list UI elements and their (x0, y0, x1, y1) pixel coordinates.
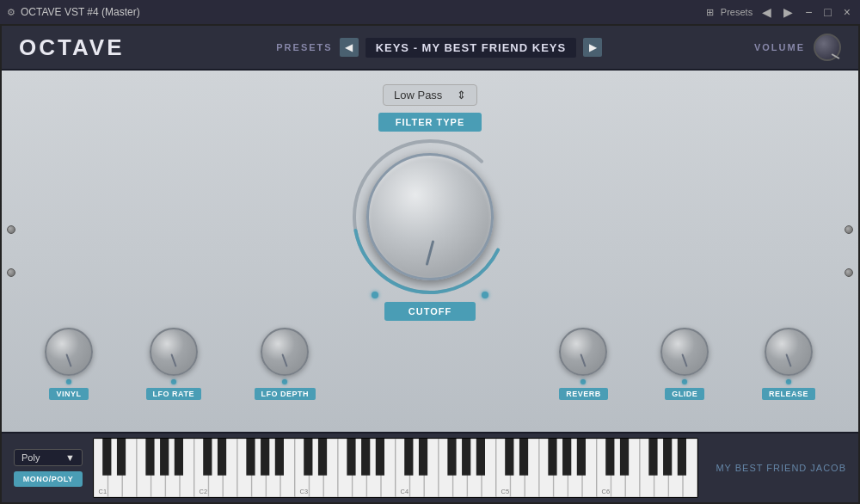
cutoff-knob[interactable] (366, 153, 494, 280)
vinyl-knob-dot (66, 379, 71, 384)
volume-knob[interactable] (814, 34, 841, 61)
preset-section: PRESETS ◀ KEYS - MY BEST FRIEND KEYS ▶ (276, 38, 602, 58)
svg-rect-61 (419, 439, 427, 476)
lfo-rate-knob-dot (171, 379, 176, 384)
svg-rect-73 (663, 439, 672, 476)
tb-close-btn[interactable]: × (841, 5, 853, 19)
volume-label: VOLUME (754, 42, 805, 52)
poly-dropdown-arrow-icon: ▼ (65, 452, 75, 463)
glide-label: GLIDE (665, 388, 704, 400)
filter-row: Low Pass ⇕ FILTER TYPE (378, 84, 482, 132)
poly-section: Poly ▼ MONO/POLY (14, 449, 83, 487)
svg-rect-70 (605, 439, 614, 476)
piano-svg: C1 C2 C3 C4 C5 C6 (94, 439, 697, 497)
knob-item-lfo-rate: LFO RATE (146, 328, 201, 400)
svg-rect-58 (361, 439, 370, 476)
svg-rect-67 (548, 439, 556, 476)
reverb-label: REVERB (559, 388, 608, 400)
tb-next-btn[interactable]: ▶ (781, 5, 796, 19)
svg-rect-71 (620, 439, 629, 476)
lfo-depth-knob-dot (282, 379, 287, 384)
svg-rect-55 (304, 439, 312, 476)
svg-text:C5: C5 (501, 488, 509, 495)
svg-rect-62 (447, 439, 456, 476)
svg-rect-57 (347, 439, 355, 476)
header-bar: OCTAVE PRESETS ◀ KEYS - MY BEST FRIEND K… (2, 26, 858, 71)
svg-rect-60 (404, 439, 413, 476)
mono-poly-button[interactable]: MONO/POLY (14, 471, 83, 487)
svg-rect-59 (376, 439, 384, 476)
preset-next-btn[interactable]: ▶ (583, 38, 602, 57)
tb-maximize-btn[interactable]: □ (821, 5, 833, 19)
svg-rect-54 (275, 439, 284, 476)
title-bar-left: ⚙ OCTAVE VST #4 (Master) (7, 6, 140, 18)
main-content: Low Pass ⇕ FILTER TYPE CUTOFF (2, 71, 858, 432)
app-icon: ⚙ (7, 7, 15, 18)
svg-rect-72 (648, 439, 657, 476)
lfo-rate-knob[interactable] (150, 328, 198, 376)
svg-rect-64 (476, 439, 485, 476)
svg-text:C4: C4 (401, 488, 408, 495)
svg-rect-51 (218, 439, 226, 476)
poly-dropdown[interactable]: Poly ▼ (14, 449, 83, 466)
main-knob-area: CUTOFF (348, 135, 512, 321)
svg-rect-63 (462, 439, 470, 476)
knob-item-release: RELEASE (762, 328, 815, 400)
title-bar: ⚙ OCTAVE VST #4 (Master) ⊞ Presets ◀ ▶ −… (0, 0, 860, 24)
cutoff-knob-container (348, 135, 512, 298)
svg-text:C3: C3 (300, 488, 308, 495)
tb-minimize-btn[interactable]: − (802, 5, 814, 19)
vinyl-knob[interactable] (45, 328, 93, 376)
svg-text:C6: C6 (602, 488, 610, 495)
cutoff-button[interactable]: CUTOFF (384, 302, 476, 321)
svg-rect-69 (577, 439, 586, 476)
svg-rect-65 (505, 439, 513, 476)
svg-rect-68 (562, 439, 571, 476)
knob-item-lfo-depth: LFO DEPTH (255, 328, 316, 400)
screw (845, 268, 853, 277)
reverb-knob-dot (580, 379, 586, 384)
screw (7, 225, 15, 234)
svg-rect-53 (261, 439, 269, 476)
knob-item-glide: GLIDE (660, 328, 709, 400)
svg-text:C1: C1 (99, 488, 107, 495)
release-label: RELEASE (762, 388, 815, 400)
logo: OCTAVE (19, 34, 124, 61)
glide-knob[interactable] (660, 328, 709, 376)
filter-type-dropdown[interactable]: Low Pass ⇕ (383, 84, 477, 106)
preset-name: KEYS - MY BEST FRIEND KEYS (366, 38, 577, 58)
glide-knob-dot (682, 379, 687, 384)
svg-rect-46 (117, 439, 126, 476)
preset-display: MY BEST FRIEND JACOB (709, 463, 846, 473)
poly-value: Poly (22, 452, 40, 463)
bottom-knobs-row: VINYL LFO RATE LFO DEPTH REVERB (19, 328, 841, 400)
screw (7, 268, 15, 277)
svg-rect-50 (203, 439, 212, 476)
svg-rect-56 (318, 439, 327, 476)
filter-type-button[interactable]: FILTER TYPE (378, 113, 482, 132)
preset-prev-btn[interactable]: ◀ (340, 38, 359, 57)
svg-rect-45 (102, 439, 111, 476)
dropdown-arrow-icon: ⇕ (457, 89, 466, 101)
svg-rect-47 (145, 439, 154, 476)
bottom-section: Poly ▼ MONO/POLY (2, 432, 858, 502)
piano-keyboard[interactable]: C1 C2 C3 C4 C5 C6 (93, 438, 698, 498)
tb-prev-btn[interactable]: ◀ (759, 5, 774, 19)
screw (845, 225, 853, 234)
svg-text:C2: C2 (200, 488, 207, 495)
svg-rect-74 (678, 439, 686, 476)
release-knob[interactable] (765, 328, 813, 376)
lfo-rate-label: LFO RATE (146, 388, 201, 400)
grid-icon: ⊞ (706, 7, 714, 18)
vinyl-label: VINYL (49, 388, 88, 400)
side-screws-right (845, 225, 853, 277)
window-title: OCTAVE VST #4 (Master) (21, 6, 140, 18)
presets-tb-label: Presets (721, 7, 752, 17)
lfo-depth-label: LFO DEPTH (255, 388, 316, 400)
svg-rect-49 (175, 439, 183, 476)
lfo-depth-knob[interactable] (261, 328, 309, 376)
release-knob-dot (786, 379, 791, 384)
reverb-knob[interactable] (559, 328, 607, 376)
side-screws-left (7, 225, 15, 277)
volume-section: VOLUME (754, 34, 841, 61)
